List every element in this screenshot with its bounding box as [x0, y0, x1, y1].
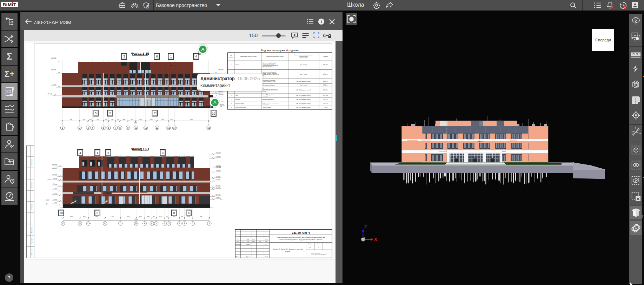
svg-text:+9.200: +9.200: [53, 177, 58, 179]
svg-text:430: 430: [105, 119, 107, 121]
svg-text:+4.400: +4.400: [53, 188, 58, 190]
svg-text:ООО "АСПЭК-Инжиниринг": ООО "АСПЭК-Инжиниринг": [311, 253, 327, 255]
svg-text:RAL 9011 (графитно-черный): RAL 9011 (графитно-черный): [297, 107, 311, 108]
svg-text:4210: 4210: [97, 119, 99, 121]
svg-text:+3.150: +3.150: [219, 93, 224, 95]
svg-text:Площадь: Площадь: [323, 56, 328, 57]
svg-text:9: 9: [127, 127, 128, 129]
svg-text:293,20 м²: 293,20 м²: [323, 103, 328, 104]
svg-text:04.22: 04.22: [265, 239, 268, 240]
svg-text:+13.980: +13.980: [52, 163, 57, 165]
svg-text:Листов: Листов: [326, 243, 330, 245]
svg-text:RAL 9011 (графитно-черный): RAL 9011 (графитно-черный): [297, 95, 311, 96]
svg-text:-0.120: -0.120: [48, 93, 52, 94]
svg-text:10: 10: [59, 211, 63, 215]
svg-text:684,90 м²: 684,90 м²: [323, 81, 328, 82]
svg-text:55720: 55720: [134, 219, 138, 220]
svg-text:+3.150: +3.150: [215, 187, 220, 189]
svg-text:3: 3: [162, 151, 164, 155]
svg-text:-: -: [243, 239, 243, 240]
svg-text:55720: 55720: [134, 122, 137, 124]
svg-text:6370: 6370: [70, 119, 73, 121]
svg-text:Подп.: Подп.: [259, 241, 261, 242]
svg-text:+15.825: +15.825: [215, 156, 221, 157]
svg-text:2483,22 м²: 2483,22 м²: [323, 64, 328, 66]
svg-text:Согласовано: Согласовано: [31, 204, 33, 210]
svg-text:10: 10: [212, 112, 215, 115]
svg-text:265,24 м²: 265,24 м²: [323, 84, 328, 86]
svg-text:Взам. инв. №: Взам. инв. №: [31, 226, 33, 233]
svg-text:-0.020: -0.020: [46, 199, 49, 201]
svg-text:2880: 2880: [147, 216, 150, 218]
svg-text:6: 6: [188, 211, 190, 215]
svg-text:(в): (в): [51, 94, 52, 96]
svg-text:Фасад 15-1: Фасад 15-1: [131, 147, 150, 151]
svg-text:10: 10: [624, 6, 626, 8]
svg-text:1: 1: [208, 222, 210, 225]
svg-text:+1.90: +1.90: [185, 99, 188, 100]
svg-text:образца колера: образца колера: [300, 57, 307, 59]
svg-text:t=80 мм: t=80 мм: [263, 91, 266, 92]
svg-text:RAL 9011 (графитно-черный): RAL 9011 (графитно-черный): [297, 81, 311, 82]
svg-text:1093,03 м²: 1093,03 м²: [323, 89, 328, 91]
svg-text:14: 14: [79, 222, 81, 225]
svg-text:+7.050: +7.050: [53, 183, 58, 185]
svg-text:1: 1: [631, 130, 633, 133]
svg-text:Цвет - "Тондах": Цвет - "Тондах": [300, 64, 307, 66]
svg-text:6: 6: [156, 55, 158, 58]
svg-text:Водосточная система: Водосточная система: [235, 107, 246, 108]
svg-text:3120: 3120: [170, 119, 173, 121]
svg-text:-0.450: -0.450: [220, 103, 224, 105]
svg-text:5540: 5540: [159, 216, 162, 218]
svg-text:4210: 4210: [173, 216, 175, 218]
svg-text:+7.850: +7.850: [47, 179, 51, 181]
svg-text:Лист: Лист: [247, 241, 249, 242]
svg-text:7: 7: [155, 222, 157, 225]
svg-text:Витражи: Витражи: [235, 99, 240, 100]
svg-text:-0.30: -0.30: [185, 103, 187, 104]
svg-text:5: 5: [95, 111, 97, 115]
svg-text:6000: 6000: [139, 119, 142, 121]
svg-text:+10.580: +10.580: [215, 170, 221, 172]
svg-text:Наименование элемента фасада: Наименование элемента фасада: [240, 56, 257, 57]
svg-text:Разработал: Разработал: [235, 244, 241, 245]
svg-text:+7.350: +7.350: [52, 84, 57, 86]
svg-text:Штукатурка жидкий гранит: Штукатурка жидкий гранит: [263, 84, 275, 86]
svg-text:13: 13: [167, 127, 170, 129]
svg-text:Подп. и дата: Подп. и дата: [31, 238, 33, 244]
svg-text:10: 10: [134, 127, 137, 129]
svg-text:"Металл Профиль": "Металл Профиль": [263, 107, 272, 108]
svg-text:Согласовано: Согласовано: [31, 182, 33, 188]
svg-text:-1.200: -1.200: [53, 202, 58, 204]
svg-text:450: 450: [117, 119, 119, 121]
svg-text:отделки: отделки: [285, 251, 291, 252]
svg-text:4: 4: [195, 55, 197, 58]
svg-text:2: 2: [109, 111, 111, 115]
svg-text:ПРОФ ТБ 0,341*100 мм: ПРОФ ТБ 0,341*100 мм: [263, 66, 274, 68]
svg-text:6370: 6370: [95, 216, 98, 218]
svg-text:Дата: Дата: [265, 241, 267, 242]
svg-text:4,17 м²: 4,17 м²: [324, 107, 327, 108]
svg-text:+0.150: +0.150: [53, 193, 58, 195]
svg-text:1740: 1740: [89, 119, 92, 121]
svg-text:1: 1: [97, 151, 98, 155]
svg-text:5: 5: [168, 222, 170, 225]
svg-text:14: 14: [173, 127, 176, 129]
svg-text:Согласовано: Согласовано: [31, 159, 33, 165]
svg-text:+11.570: +11.570: [52, 167, 58, 169]
svg-text:6370: 6370: [161, 119, 164, 121]
svg-text:(45): (45): [221, 101, 223, 102]
svg-text:6370: 6370: [70, 216, 73, 218]
svg-text:2880: 2880: [122, 119, 125, 121]
svg-text:-0.020: -0.020: [53, 198, 58, 200]
svg-text:6: 6: [107, 151, 109, 155]
svg-text:Стены: Стены: [235, 64, 239, 66]
svg-text:П: П: [310, 247, 311, 249]
svg-text:6370: 6370: [190, 119, 193, 121]
svg-text:+4.49: +4.49: [185, 93, 188, 95]
svg-text:3120: 3120: [82, 119, 85, 121]
svg-text:+9.250: +9.250: [215, 176, 220, 178]
svg-text:+4.350: +4.350: [215, 184, 220, 186]
svg-text:RAL 9011 (графитно-черный): RAL 9011 (графитно-черный): [297, 103, 311, 104]
svg-text:+12.980: +12.980: [218, 68, 224, 70]
